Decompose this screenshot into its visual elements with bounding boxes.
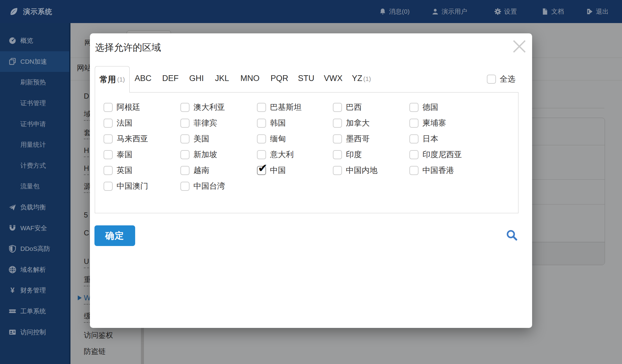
region-option-泰国[interactable]: 泰国: [104, 149, 132, 160]
sidebar-item-证书管理[interactable]: 证书管理: [0, 93, 70, 114]
checkbox[interactable]: [104, 103, 113, 112]
sidebar-item-WAF安全[interactable]: WAF安全: [0, 217, 70, 238]
checkbox[interactable]: [333, 166, 342, 175]
region-option-韩国[interactable]: 韩国: [257, 118, 286, 128]
tab-PQR[interactable]: PQR: [271, 74, 289, 83]
region-option-菲律宾[interactable]: 菲律宾: [180, 118, 217, 128]
region-label[interactable]: 柬埔寨: [422, 118, 446, 128]
tab-GHI[interactable]: GHI: [189, 74, 204, 83]
select-all-checkbox[interactable]: 全选: [487, 74, 515, 84]
region-option-日本[interactable]: 日本: [409, 133, 438, 144]
checkbox[interactable]: [257, 103, 266, 112]
region-label[interactable]: 韩国: [270, 118, 286, 128]
sidebar-item-负载均衡[interactable]: 负载均衡: [0, 197, 70, 218]
region-label[interactable]: 缅甸: [270, 133, 286, 144]
checkbox[interactable]: [104, 182, 113, 191]
tab-YZ[interactable]: YZ(1): [352, 74, 371, 83]
region-option-巴西[interactable]: 巴西: [333, 102, 362, 113]
sidebar-item-用量统计[interactable]: 用量统计: [0, 134, 70, 155]
region-option-越南[interactable]: 越南: [180, 165, 209, 176]
region-label[interactable]: 印度: [346, 149, 362, 160]
checkbox[interactable]: [257, 134, 266, 143]
region-option-马来西亚[interactable]: 马来西亚: [104, 133, 148, 144]
region-label[interactable]: 泰国: [117, 149, 132, 160]
region-label[interactable]: 印度尼西亚: [422, 149, 462, 160]
region-option-墨西哥[interactable]: 墨西哥: [333, 133, 370, 144]
checkbox[interactable]: [333, 119, 342, 128]
sidebar-item-概览[interactable]: 概览: [0, 30, 70, 51]
region-option-阿根廷[interactable]: 阿根廷: [104, 102, 140, 113]
region-option-中国香港[interactable]: 中国香港: [409, 165, 454, 176]
region-label[interactable]: 中国台湾: [193, 181, 225, 191]
tab-DEF[interactable]: DEF: [162, 74, 179, 83]
checkbox[interactable]: [180, 166, 190, 175]
region-option-澳大利亚[interactable]: 澳大利亚: [180, 102, 225, 113]
select-all-label[interactable]: 全选: [500, 74, 515, 84]
checkbox[interactable]: [257, 150, 266, 159]
checkbox[interactable]: [409, 119, 419, 128]
tab-MNO[interactable]: MNO: [241, 74, 260, 83]
region-option-中国台湾[interactable]: 中国台湾: [180, 181, 225, 191]
checkbox[interactable]: [180, 119, 190, 128]
checkbox[interactable]: [180, 103, 190, 112]
sidebar-item-刷新预热[interactable]: 刷新预热: [0, 72, 70, 93]
app-logo[interactable]: 演示系统: [9, 7, 52, 16]
region-label[interactable]: 中国香港: [422, 165, 454, 176]
checkbox[interactable]: [180, 150, 190, 159]
region-label[interactable]: 菲律宾: [193, 118, 217, 128]
checkbox[interactable]: [487, 75, 496, 84]
checkbox[interactable]: [409, 134, 419, 143]
checkbox[interactable]: [104, 150, 113, 159]
sidebar-item-工单系统[interactable]: 工单系统: [0, 301, 70, 322]
checkbox[interactable]: [333, 103, 342, 112]
confirm-button[interactable]: 确定: [94, 225, 135, 246]
region-label[interactable]: 越南: [193, 165, 209, 176]
region-option-美国[interactable]: 美国: [180, 133, 209, 144]
checkbox[interactable]: [333, 134, 342, 143]
region-label[interactable]: 美国: [193, 133, 209, 144]
region-label[interactable]: 中国内地: [346, 165, 378, 176]
region-option-德国[interactable]: 德国: [409, 102, 438, 113]
tab-STU[interactable]: STU: [298, 74, 314, 83]
region-option-中国澳门[interactable]: 中国澳门: [104, 181, 148, 191]
checkbox[interactable]: [409, 166, 419, 175]
tab-常用-active[interactable]: 常用(1): [95, 66, 130, 93]
region-option-印度[interactable]: 印度: [333, 149, 362, 160]
checkbox[interactable]: [409, 150, 419, 159]
region-option-中国[interactable]: ✔中国: [257, 165, 286, 176]
region-label[interactable]: 墨西哥: [346, 133, 370, 144]
region-option-印度尼西亚[interactable]: 印度尼西亚: [409, 149, 462, 160]
region-label[interactable]: 阿根廷: [117, 102, 140, 113]
tab-ABC[interactable]: ABC: [135, 74, 152, 83]
region-label[interactable]: 意大利: [270, 149, 294, 160]
sidebar-item-CDN加速[interactable]: CDN加速: [0, 51, 70, 72]
region-option-加拿大[interactable]: 加拿大: [333, 118, 370, 128]
region-option-柬埔寨[interactable]: 柬埔寨: [409, 118, 446, 128]
region-label[interactable]: 英国: [117, 165, 132, 176]
sidebar-item-DDoS高防[interactable]: DDoS高防: [0, 238, 70, 259]
checkbox[interactable]: [104, 166, 113, 175]
region-label[interactable]: 日本: [422, 133, 438, 144]
region-label[interactable]: 中国澳门: [117, 181, 148, 191]
search-icon[interactable]: [505, 229, 519, 243]
tab-JKL[interactable]: JKL: [215, 74, 229, 83]
nav-item-5[interactable]: 退出: [586, 0, 609, 23]
nav-item-2[interactable]: 演示用户: [432, 0, 467, 23]
region-option-英国[interactable]: 英国: [104, 165, 132, 176]
region-option-巴基斯坦[interactable]: 巴基斯坦: [257, 102, 302, 113]
checkbox[interactable]: [333, 150, 342, 159]
checkbox[interactable]: [104, 134, 113, 143]
nav-item-1[interactable]: 消息(0): [379, 0, 410, 23]
checkbox[interactable]: [180, 134, 190, 143]
region-option-中国内地[interactable]: 中国内地: [333, 165, 378, 176]
checkbox[interactable]: [257, 119, 266, 128]
checkbox[interactable]: [180, 182, 190, 191]
region-label[interactable]: 巴西: [346, 102, 362, 113]
region-label[interactable]: 加拿大: [346, 118, 370, 128]
region-label[interactable]: 澳大利亚: [193, 102, 225, 113]
region-label[interactable]: 马来西亚: [117, 133, 148, 144]
nav-item-4[interactable]: 文档: [541, 0, 564, 23]
nav-item-3[interactable]: 设置: [494, 0, 517, 23]
sidebar-item-访问控制[interactable]: 访问控制: [0, 322, 70, 342]
region-label[interactable]: 德国: [422, 102, 438, 113]
